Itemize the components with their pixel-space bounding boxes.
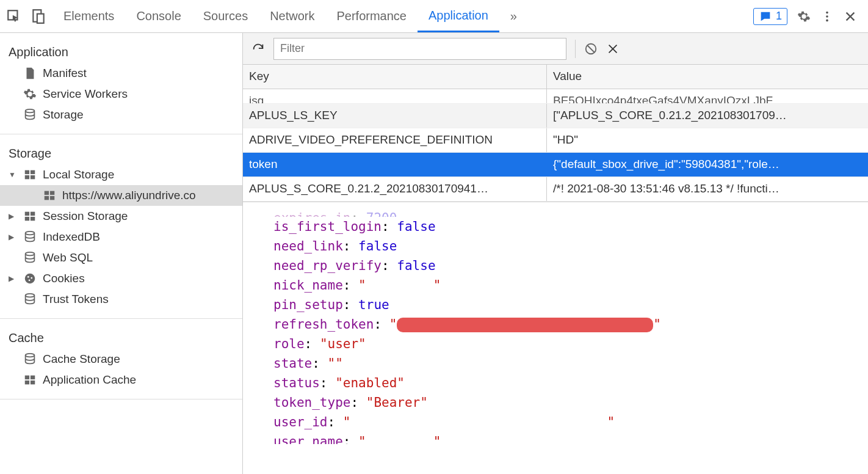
sidebar-item-application-cache[interactable]: Application Cache (0, 370, 242, 390)
table-row[interactable]: isg_BE5OHIxco4p4txeGafs4VMXanyIQzxLJbF… (243, 89, 868, 104)
sidebar-item-session-storage[interactable]: ▶ Session Storage (0, 206, 242, 227)
divider (575, 40, 576, 58)
svg-rect-13 (45, 196, 49, 200)
col-value-header[interactable]: Value (547, 65, 868, 89)
svg-point-6 (26, 109, 35, 113)
svg-rect-9 (25, 175, 29, 179)
cell-key: token (243, 153, 547, 177)
svg-rect-10 (31, 175, 35, 179)
tab-console[interactable]: Console (125, 0, 192, 32)
sidebar-item-indexeddb[interactable]: ▶ IndexedDB (0, 227, 242, 247)
sidebar-label: Cache Storage (43, 352, 120, 366)
tab-application[interactable]: Application (418, 0, 499, 32)
cell-value: ["APLUS_S_CORE_0.21.2_202108301709… (547, 104, 868, 128)
tab-performance[interactable]: Performance (326, 0, 418, 32)
svg-point-24 (29, 279, 31, 281)
sidebar-item-local-storage[interactable]: ▼ Local Storage (0, 164, 242, 185)
sidebar-label: Local Storage (43, 168, 114, 181)
tab-sources[interactable]: Sources (192, 0, 259, 32)
sidebar-label: https://www.aliyundrive.co (62, 189, 196, 202)
svg-rect-30 (31, 381, 35, 384)
sidebar-label: Storage (43, 108, 84, 122)
sidebar-label: Web SQL (43, 251, 93, 264)
svg-rect-18 (31, 217, 35, 221)
viewer-line: is_first_login: false (273, 217, 837, 236)
tri-right-icon: ▶ (9, 274, 16, 283)
svg-rect-27 (25, 376, 29, 379)
devtools-toolbar: Elements Console Sources Network Perform… (0, 0, 868, 33)
viewer-line: user_id: "" (273, 412, 837, 432)
cell-key: APLUS_S_CORE_0.21.2_20210830170941… (243, 177, 547, 201)
storage-icon (23, 210, 37, 223)
svg-rect-12 (50, 191, 54, 195)
viewer-line: expires_in: 7200 (273, 208, 837, 217)
viewer-line: status: "enabled" (273, 373, 837, 393)
cell-key: ADRIVE_VIDEO_PREFERENCE_DEFINITION (243, 128, 547, 152)
sidebar-section-storage: Storage ▼ Local Storage https://www.aliy… (0, 134, 242, 319)
database-icon (23, 251, 37, 264)
svg-rect-17 (25, 217, 29, 221)
tri-right-icon: ▶ (9, 233, 16, 241)
svg-point-25 (26, 294, 35, 297)
content-pane: Key Value isg_BE5OHIxco4p4txeGafs4VMXany… (243, 33, 868, 474)
issues-badge[interactable]: 1 (753, 8, 787, 25)
viewer-line: pin_setup: true (273, 295, 837, 315)
sidebar-item-origin[interactable]: https://www.aliyundrive.co (0, 185, 242, 206)
inspect-icon[interactable] (6, 9, 22, 24)
table-row[interactable]: token{"default_sbox_drive_id":"59804381"… (243, 153, 868, 177)
database-icon (23, 293, 37, 306)
viewer-line: need_rp_verify: false (273, 256, 837, 275)
svg-point-5 (826, 19, 828, 21)
clear-icon[interactable] (584, 42, 598, 56)
sidebar-item-storage[interactable]: Storage (0, 104, 242, 125)
svg-rect-2 (37, 13, 44, 23)
table-row[interactable]: APLUS_S_CORE_0.21.2_20210830170941…/*! 2… (243, 177, 868, 202)
sidebar-item-trust-tokens[interactable]: Trust Tokens (0, 289, 242, 310)
sidebar-label: Application Cache (43, 373, 136, 387)
table-row[interactable]: ADRIVE_VIDEO_PREFERENCE_DEFINITION"HD" (243, 128, 868, 153)
svg-rect-14 (50, 196, 54, 200)
sidebar-item-service-workers[interactable]: Service Workers (0, 84, 242, 104)
filter-input[interactable] (273, 38, 566, 60)
svg-rect-7 (25, 170, 29, 174)
tab-elements[interactable]: Elements (52, 0, 125, 32)
issues-count: 1 (776, 10, 782, 23)
svg-rect-28 (31, 376, 35, 379)
sidebar-label: Trust Tokens (43, 293, 109, 306)
viewer-line: role: "user" (273, 334, 837, 354)
gear-icon[interactable] (797, 10, 811, 23)
svg-rect-15 (25, 212, 29, 216)
filter-toolbar (243, 33, 868, 65)
document-icon (23, 67, 37, 80)
cookie-icon (23, 272, 37, 285)
sidebar-label: Session Storage (43, 210, 128, 223)
svg-point-20 (26, 252, 35, 256)
cell-key: isg_ (243, 89, 547, 103)
svg-point-26 (26, 354, 35, 357)
svg-point-22 (27, 276, 29, 278)
refresh-icon[interactable] (251, 42, 265, 56)
database-icon (23, 108, 37, 122)
viewer-line: nick_name: "" (273, 275, 837, 295)
col-key-header[interactable]: Key (243, 65, 547, 89)
sidebar-item-manifest[interactable]: Manifest (0, 63, 242, 84)
tabs-overflow[interactable]: » (499, 0, 528, 32)
device-mode-icon[interactable] (31, 9, 46, 24)
cell-value: {"default_sbox_drive_id":"59804381","rol… (547, 153, 868, 177)
cell-value: "HD" (547, 128, 868, 152)
kebab-icon[interactable] (820, 10, 834, 23)
viewer-line: user_name: "" (273, 432, 837, 444)
table-row[interactable]: APLUS_LS_KEY["APLUS_S_CORE_0.21.2_202108… (243, 104, 868, 128)
toolbar-right: 1 (742, 8, 868, 25)
svg-rect-29 (25, 381, 29, 384)
sidebar-item-websql[interactable]: Web SQL (0, 247, 242, 268)
sidebar-item-cookies[interactable]: ▶ Cookies (0, 268, 242, 289)
tab-network[interactable]: Network (259, 0, 325, 32)
svg-point-3 (826, 11, 828, 13)
chat-icon (759, 10, 772, 23)
close-icon[interactable] (844, 10, 857, 23)
sidebar-item-cache-storage[interactable]: Cache Storage (0, 349, 242, 370)
delete-icon[interactable] (606, 42, 620, 56)
sidebar-heading-cache: Cache (0, 325, 242, 349)
storage-icon (43, 189, 56, 202)
